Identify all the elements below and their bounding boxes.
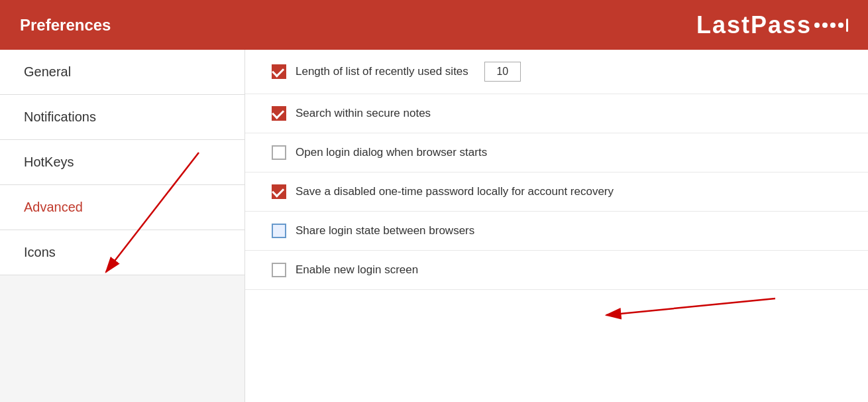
setting-label-open-login[interactable]: Open login dialog when browser starts: [272, 145, 487, 160]
sidebar-item-notifications[interactable]: Notifications: [0, 95, 244, 140]
sidebar-label-hotkeys: HotKeys: [24, 155, 74, 169]
sidebar-label-advanced: Advanced: [24, 200, 83, 214]
sidebar: General Notifications HotKeys Advanced I…: [0, 50, 245, 402]
setting-row-share-login: Share login state between browsers: [245, 212, 868, 251]
checkbox-new-login[interactable]: [272, 263, 286, 277]
sidebar-label-notifications: Notifications: [24, 109, 96, 124]
setting-row-new-login: Enable new login screen: [245, 251, 868, 290]
setting-label-save-otp[interactable]: Save a disabled one-time password locall…: [272, 184, 614, 199]
setting-text-save-otp: Save a disabled one-time password locall…: [296, 185, 614, 198]
checkbox-open-login[interactable]: [272, 145, 286, 160]
setting-label-share-login[interactable]: Share login state between browsers: [272, 224, 474, 238]
setting-label-new-login[interactable]: Enable new login screen: [272, 263, 418, 277]
svg-line-3: [606, 299, 775, 315]
setting-text-recently-used: Length of list of recently used sites: [296, 65, 468, 78]
sidebar-label-icons: Icons: [24, 245, 56, 259]
setting-text-open-login: Open login dialog when browser starts: [296, 146, 487, 159]
setting-row-save-otp: Save a disabled one-time password locall…: [245, 172, 868, 212]
sidebar-item-advanced[interactable]: Advanced: [0, 185, 244, 230]
content-area: Length of list of recently used sites Se…: [245, 50, 868, 402]
sidebar-item-hotkeys[interactable]: HotKeys: [0, 140, 244, 185]
setting-text-new-login: Enable new login screen: [296, 263, 418, 277]
checkbox-recently-used[interactable]: [272, 64, 286, 79]
logo-dots: [814, 19, 848, 32]
checkbox-share-login[interactable]: [272, 224, 286, 238]
setting-text-share-login: Share login state between browsers: [296, 224, 474, 237]
setting-text-search-notes: Search within secure notes: [296, 107, 431, 120]
main-content: General Notifications HotKeys Advanced I…: [0, 50, 868, 402]
dot-3: [830, 23, 836, 28]
recently-used-input[interactable]: [484, 62, 521, 82]
dot-4: [838, 23, 843, 28]
header: Preferences LastPass: [0, 0, 868, 50]
setting-row-recently-used: Length of list of recently used sites: [245, 50, 868, 94]
sidebar-item-icons[interactable]: Icons: [0, 230, 244, 275]
dot-2: [822, 23, 828, 28]
app-title: Preferences: [20, 16, 111, 34]
sidebar-label-general: General: [24, 64, 71, 79]
checkbox-save-otp[interactable]: [272, 184, 286, 199]
cursor-dot: [846, 19, 848, 32]
sidebar-item-general[interactable]: General: [0, 50, 244, 95]
dot-1: [814, 23, 820, 28]
setting-label-search-notes[interactable]: Search within secure notes: [272, 106, 431, 121]
setting-label-recently-used[interactable]: Length of list of recently used sites: [272, 62, 521, 82]
logo-text: LastPass: [696, 11, 812, 39]
setting-row-search-notes: Search within secure notes: [245, 94, 868, 133]
setting-row-open-login: Open login dialog when browser starts: [245, 133, 868, 172]
lastpass-logo: LastPass: [696, 11, 848, 39]
checkbox-search-notes[interactable]: [272, 106, 286, 121]
